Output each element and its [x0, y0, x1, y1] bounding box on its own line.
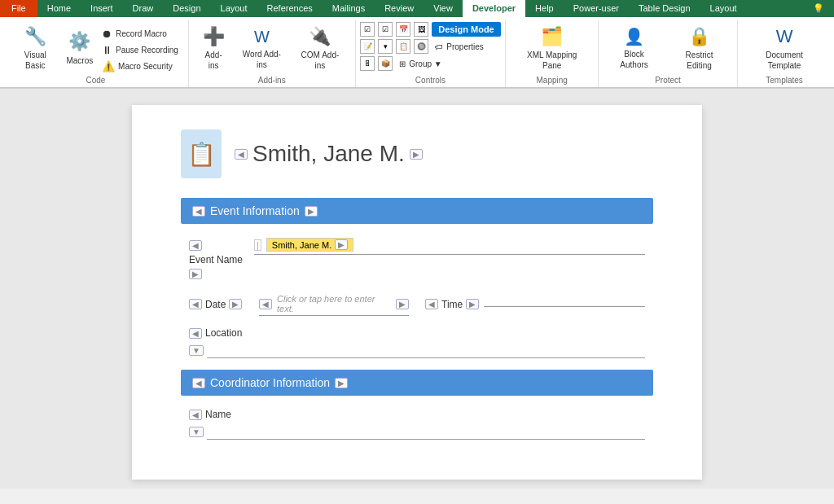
event-name-ctrl[interactable]: ◀ — [189, 240, 202, 251]
doc-clipboard-icon: 📋 — [181, 129, 222, 178]
date-field-group: ◀ Date ▶ ◀ Click or tap here to enter te… — [189, 294, 409, 316]
date-field-ctrl[interactable]: ◀ — [259, 299, 272, 309]
design-mode-button[interactable]: Design Mode — [432, 22, 500, 37]
tab-table-design[interactable]: Table Design — [629, 0, 700, 17]
location-ctrl-left[interactable]: ◀ — [189, 328, 202, 339]
date-field-ctrl-right[interactable]: ▶ — [396, 299, 409, 309]
coordinator-name-row: ◀ Name ▼ — [181, 409, 653, 440]
tab-developer[interactable]: Developer — [463, 0, 525, 17]
macro-security-icon: ⚠️ — [102, 60, 115, 72]
coordinator-name-label: ◀ Name — [189, 409, 645, 420]
ctrl-icon-2[interactable]: ☑ — [378, 22, 393, 37]
macro-security-button[interactable]: ⚠️ Macro Security — [99, 59, 182, 74]
properties-button[interactable]: 🏷 Properties — [432, 41, 487, 53]
time-label: ◀ Time ▶ — [425, 299, 479, 310]
xml-mapping-pane-button[interactable]: 🗂️ XML Mapping Pane — [512, 22, 591, 74]
restrict-editing-button[interactable]: 🔒 Restrict Editing — [668, 22, 731, 74]
event-name-ctrl-right[interactable]: ▶ — [189, 269, 202, 279]
ctrl-icon-8[interactable]: 🔘 — [414, 39, 428, 54]
ctrl-icon-6[interactable]: ▾ — [378, 39, 393, 54]
pause-recording-button[interactable]: ⏸ Pause Recording — [99, 42, 182, 58]
coord-section-ctrl-left[interactable]: ◀ — [192, 378, 205, 388]
date-field[interactable]: ◀ Click or tap here to enter text. ▶ — [259, 294, 409, 316]
date-ctrl-right[interactable]: ▶ — [229, 299, 242, 309]
xml-mapping-icon: 🗂️ — [541, 25, 563, 49]
time-field-group: ◀ Time ▶ — [425, 291, 645, 310]
group-button[interactable]: ⊞ Group ▼ — [396, 58, 445, 70]
tab-references[interactable]: References — [257, 0, 323, 17]
group-icon: ⊞ — [399, 59, 406, 68]
title-ctrl-left[interactable]: ◀ — [235, 149, 248, 160]
tab-draw[interactable]: Draw — [123, 0, 164, 17]
tab-power-user[interactable]: Power-user — [564, 0, 629, 17]
coord-name-ctrl-left[interactable]: ◀ — [189, 410, 202, 420]
coord-section-ctrl-right[interactable]: ▶ — [335, 378, 348, 388]
coord-name-ctrl-bottom[interactable]: ▼ — [189, 427, 204, 437]
templates-group-label: Templates — [744, 76, 824, 87]
document-template-icon: W — [776, 25, 793, 49]
event-section-label: Event Information — [210, 204, 300, 217]
macros-button[interactable]: ⚙️ Macros — [63, 22, 98, 74]
doc-title-text: Smith, Jane M. — [252, 141, 405, 167]
field-marker: | — [254, 239, 261, 251]
ctrl-icon-5[interactable]: 📝 — [360, 39, 375, 54]
tab-view[interactable]: View — [424, 0, 463, 17]
tab-review[interactable]: Review — [375, 0, 424, 17]
ribbon-group-mapping: 🗂️ XML Mapping Pane Mapping — [506, 20, 599, 87]
ctrl-icon-10[interactable]: 📦 — [378, 56, 393, 71]
time-ctrl-left[interactable]: ◀ — [425, 299, 438, 309]
protect-group-content: 👤 Block Authors 🔒 Restrict Editing — [605, 22, 731, 74]
tab-home[interactable]: Home — [37, 0, 81, 17]
add-ins-icon: ➕ — [203, 25, 225, 49]
location-ctrl-bottom[interactable]: ▼ — [189, 345, 204, 356]
record-macro-button[interactable]: ⏺ Record Macro — [99, 26, 182, 42]
lightbulb-icon[interactable]: 💡 — [803, 0, 834, 17]
macros-icon: ⚙️ — [68, 30, 90, 54]
coord-section-label: Coordinator Information — [210, 376, 330, 389]
controls-group-content: ☑ ☑ 📅 🖼 Design Mode 📝 ▾ 📋 🔘 🏷 Properties — [360, 22, 500, 74]
word-add-ins-icon: W — [254, 26, 270, 47]
event-name-row: ◀ Event Name ▶ | Smith, Jane M. ▶ — [181, 237, 653, 279]
event-info-section-header: ◀ Event Information ▶ — [181, 198, 653, 224]
event-section-ctrl-left[interactable]: ◀ — [192, 206, 205, 217]
word-add-ins-button[interactable]: W Word Add-ins — [234, 22, 291, 74]
event-name-field[interactable]: | Smith, Jane M. ▶ — [254, 237, 645, 255]
tab-insert[interactable]: Insert — [81, 0, 123, 17]
location-field[interactable] — [207, 342, 645, 358]
tab-help[interactable]: Help — [525, 0, 564, 17]
controls-group-label: Controls — [362, 76, 499, 87]
event-section-ctrl-right[interactable]: ▶ — [305, 206, 318, 217]
ctrl-icon-4[interactable]: 🖼 — [414, 22, 428, 37]
ribbon-group-code: 🔧 Visual Basic ⚙️ Macros ⏺ Record Macro … — [3, 20, 189, 87]
time-ctrl-right[interactable]: ▶ — [466, 299, 479, 309]
event-name-value[interactable]: Smith, Jane M. ▶ — [266, 238, 353, 252]
tab-layout[interactable]: Layout — [211, 0, 257, 17]
date-label: ◀ Date ▶ — [189, 299, 254, 310]
com-add-ins-button[interactable]: 🔌 COM Add-ins — [292, 22, 348, 74]
visual-basic-icon: 🔧 — [24, 25, 46, 49]
ribbon-body: 🔧 Visual Basic ⚙️ Macros ⏺ Record Macro … — [0, 17, 834, 88]
code-small-buttons: ⏺ Record Macro ⏸ Pause Recording ⚠️ Macr… — [99, 26, 182, 74]
ctrl-icon-9[interactable]: 🎚 — [360, 56, 375, 71]
ctrl-icon-7[interactable]: 📋 — [396, 39, 410, 54]
tab-mailings[interactable]: Mailings — [323, 0, 375, 17]
tab-file[interactable]: File — [0, 0, 37, 17]
ctrl-icon-1[interactable]: ☑ — [360, 22, 375, 37]
field-value-ctrl[interactable]: ▶ — [335, 239, 348, 250]
document-template-button[interactable]: W Document Template — [744, 22, 824, 74]
ribbon-tabs-bar: File Home Insert Draw Design Layout Refe… — [0, 0, 834, 17]
date-ctrl-left[interactable]: ◀ — [189, 299, 202, 309]
tab-layout2[interactable]: Layout — [700, 0, 747, 17]
ribbon: File Home Insert Draw Design Layout Refe… — [0, 0, 834, 89]
ctrl-icon-3[interactable]: 📅 — [396, 22, 410, 37]
tab-design[interactable]: Design — [163, 0, 210, 17]
block-authors-button[interactable]: 👤 Block Authors — [605, 22, 663, 74]
pause-recording-icon: ⏸ — [102, 44, 112, 56]
coordinator-info-section-header: ◀ Coordinator Information ▶ — [181, 370, 653, 396]
add-ins-button[interactable]: ➕ Add-ins — [195, 22, 232, 74]
coordinator-name-field[interactable] — [207, 423, 645, 440]
mapping-group-label: Mapping — [512, 76, 591, 87]
visual-basic-button[interactable]: 🔧 Visual Basic — [10, 22, 61, 74]
time-field[interactable] — [484, 291, 645, 307]
title-ctrl-right[interactable]: ▶ — [410, 149, 423, 160]
